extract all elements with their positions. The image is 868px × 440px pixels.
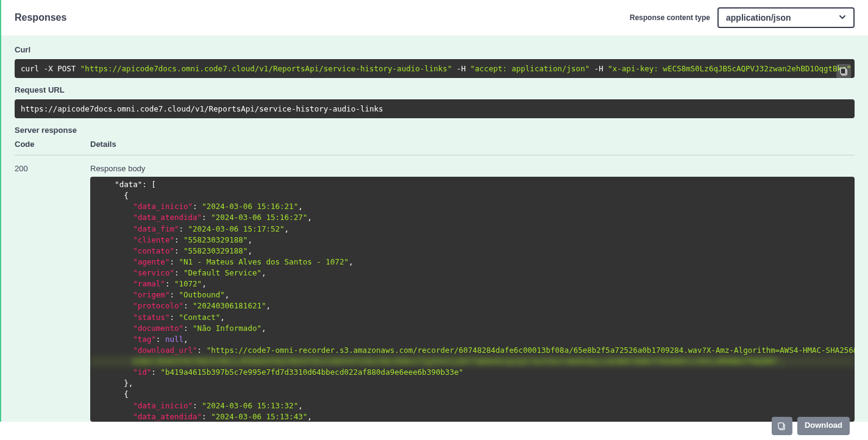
chevron-down-icon — [839, 13, 846, 23]
json-line: "contato": "558230329188", — [90, 246, 855, 257]
json-line: { — [90, 389, 855, 400]
json-line: "protocolo": "20240306181621", — [90, 300, 855, 311]
response-body-label: Response body — [90, 164, 855, 173]
json-line: "data_fim": "2024-03-06 15:17:52", — [90, 224, 855, 235]
svg-rect-1 — [840, 68, 845, 73]
json-line: }, — [90, 378, 855, 389]
json-line: "status": "Contact", — [90, 312, 855, 323]
response-body[interactable]: "data": [ { "data_inicio": "2024-03-06 1… — [90, 177, 855, 422]
svg-rect-3 — [778, 422, 783, 428]
curl-url: "https://apicode7docs.omni.code7.cloud/v… — [80, 64, 452, 73]
details-column: Response body "data": [ { "data_inicio":… — [90, 164, 855, 422]
status-code: 200 — [15, 164, 54, 422]
curl-scroll[interactable]: curl -X POST "https://apicode7docs.omni.… — [15, 59, 855, 78]
curl-flag1: -H — [452, 64, 470, 73]
json-line: "download_url": "https://code7-omni-reco… — [90, 345, 855, 356]
copy-response-icon[interactable] — [772, 417, 792, 435]
request-url-label: Request URL — [15, 85, 855, 94]
json-line: "data_atendida": "2024-03-06 15:13:43", — [90, 411, 855, 422]
content-type-wrapper: Response content type application/json — [630, 7, 855, 28]
json-line: "data_inicio": "2024-03-06 15:16:21", — [90, 201, 855, 212]
json-line: "cliente": "558230329188", — [90, 235, 855, 246]
response-row: 200 Response body "data": [ { "data_inic… — [15, 164, 855, 422]
curl-command: curl -X POST "https://apicode7docs.omni.… — [15, 59, 855, 78]
curl-header1: "accept: application/json" — [471, 64, 590, 73]
json-line: "ramal": "1072", — [90, 279, 855, 289]
responses-title: Responses — [15, 12, 66, 23]
json-line: "tag": null, — [90, 334, 855, 345]
curl-header2: "x-api-key: wECS8mS0Lz6qJBScAQPVJ32zwan2… — [608, 64, 851, 73]
copy-icon[interactable] — [836, 64, 851, 78]
server-response-label: Server response — [15, 126, 855, 135]
json-line: "data_inicio": "2024-03-06 15:13:32", — [90, 400, 855, 411]
json-line: "servico": "Default Service", — [90, 268, 855, 279]
json-line: { — [90, 190, 855, 201]
code-header: Code — [15, 140, 54, 149]
curl-flag3: -H — [851, 64, 855, 73]
responses-header: Responses Response content type applicat… — [0, 0, 868, 35]
curl-label: Curl — [15, 45, 855, 54]
column-headers: Code Details — [15, 140, 855, 155]
curl-flag2: -H — [589, 64, 608, 73]
content-type-label: Response content type — [630, 13, 710, 22]
response-section: Curl curl -X POST "https://apicode7docs.… — [0, 35, 868, 422]
json-line: "data_atendida": "2024-03-06 15:16:27", — [90, 212, 855, 223]
json-line: "origem": "Outbound", — [90, 289, 855, 300]
content-type-value: application/json — [726, 13, 791, 23]
response-actions: Download — [772, 417, 850, 435]
json-line: "data": [ — [90, 179, 855, 190]
json-line: "id": "b419a4615b397b5c7e995e7fd7d3310d6… — [90, 367, 855, 378]
details-header: Details — [90, 140, 116, 149]
curl-prefix: curl -X POST — [21, 64, 80, 73]
download-button[interactable]: Download — [797, 417, 850, 435]
json-line: A1B2C3D4E5F6G7H8I9J0K1L2M3N4O5P6Q7R8S9T0… — [90, 356, 855, 367]
json-line: "agente": "N1 - Mateus Alves dos Santos … — [90, 257, 855, 268]
json-line: "documento": "Não Informado", — [90, 323, 855, 334]
content-type-select[interactable]: application/json — [717, 7, 855, 28]
request-url-value: https://apicode7docs.omni.code7.cloud/v1… — [15, 99, 855, 118]
